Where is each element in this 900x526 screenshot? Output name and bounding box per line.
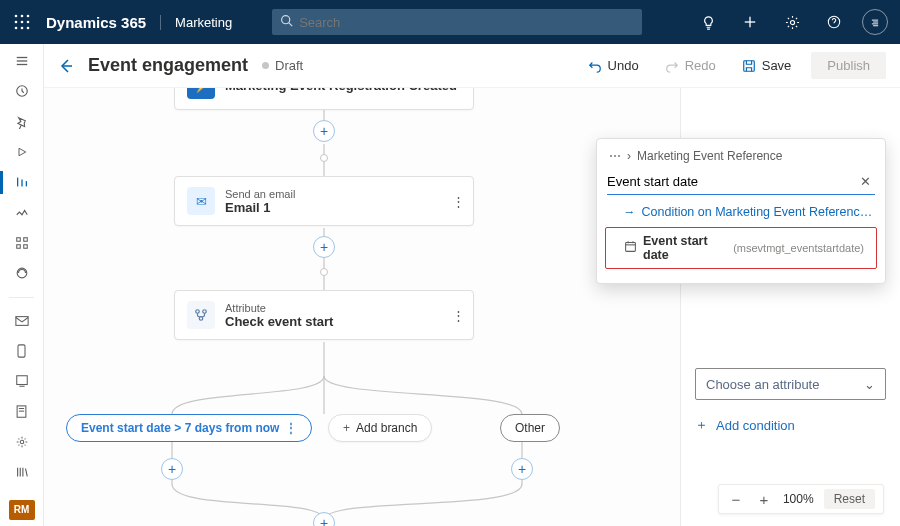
popover-breadcrumb[interactable]: Marketing Event Reference	[637, 149, 782, 163]
help-icon[interactable]	[820, 8, 848, 36]
node-email-sub: Send an email	[225, 188, 295, 200]
plus-icon[interactable]	[736, 8, 764, 36]
related-condition-link[interactable]: → Condition on Marketing Event Referenc…	[597, 199, 885, 225]
node-more-icon[interactable]: ⋮	[452, 194, 465, 209]
global-search[interactable]	[272, 9, 642, 35]
rail-push[interactable]	[8, 370, 36, 392]
chevron-down-icon: ⌄	[864, 377, 875, 392]
node-more-icon[interactable]: ⋮	[452, 308, 465, 323]
clear-search-button[interactable]: ✕	[856, 174, 875, 189]
back-button[interactable]	[58, 58, 74, 74]
node-attribute[interactable]: Attribute Check event start ⋮	[174, 290, 474, 340]
user-avatar[interactable]	[862, 9, 888, 35]
zoom-control: − + 100% Reset	[718, 484, 884, 514]
svg-rect-33	[18, 345, 25, 357]
rail-hamburger[interactable]	[8, 50, 36, 72]
add-step-button[interactable]: +	[313, 120, 335, 142]
zoom-reset-button[interactable]: Reset	[824, 489, 875, 509]
add-branch-button[interactable]: + Add branch	[328, 414, 432, 442]
add-step-button[interactable]: +	[313, 236, 335, 258]
node-email[interactable]: ✉ Send an email Email 1 ⋮	[174, 176, 474, 226]
status-badge: Draft	[262, 58, 303, 73]
node-attr-sub: Attribute	[225, 302, 333, 314]
plus-icon: ＋	[695, 416, 708, 434]
svg-point-13	[790, 20, 794, 24]
lightbulb-icon[interactable]	[694, 8, 722, 36]
rail-segments[interactable]	[8, 232, 36, 254]
svg-point-0	[15, 15, 18, 18]
attribute-select[interactable]: Choose an attribute ⌄	[695, 368, 886, 400]
branch-other-pill[interactable]: Other	[500, 414, 560, 442]
brand-title: Dynamics 365	[46, 14, 146, 31]
svg-rect-30	[23, 245, 27, 249]
pill-more-icon[interactable]: ⋮	[285, 421, 297, 435]
svg-rect-32	[15, 316, 27, 325]
attribute-picker-popover: ⋯ › Marketing Event Reference ✕ → Condit…	[596, 138, 886, 284]
node-attr-main: Check event start	[225, 314, 333, 329]
svg-line-43	[25, 469, 27, 477]
page-title: Event engagement	[88, 55, 248, 76]
left-rail: RM	[0, 44, 44, 526]
rail-sms[interactable]	[8, 340, 36, 362]
arrow-right-icon: →	[623, 205, 636, 219]
rail-pin[interactable]	[8, 111, 36, 133]
publish-button: Publish	[811, 52, 886, 79]
svg-rect-28	[23, 238, 27, 242]
add-condition-button[interactable]: ＋ Add condition	[695, 416, 886, 434]
rail-settings[interactable]	[8, 431, 36, 453]
svg-point-2	[27, 15, 30, 18]
node-trigger[interactable]: ⚡ Marketing Event Registration Created	[174, 88, 474, 110]
add-step-button[interactable]: +	[511, 458, 533, 480]
chevron-right-icon: ›	[627, 149, 631, 163]
svg-point-3	[15, 21, 18, 24]
svg-point-4	[21, 21, 24, 24]
svg-point-5	[27, 21, 30, 24]
zoom-value: 100%	[783, 492, 814, 506]
plus-icon: +	[343, 421, 350, 435]
svg-rect-57	[626, 242, 636, 251]
rail-email[interactable]	[8, 310, 36, 332]
rail-journeys[interactable]	[0, 171, 44, 193]
zoom-in-button[interactable]: +	[755, 490, 773, 508]
rail-forms[interactable]	[8, 401, 36, 423]
rail-analytics[interactable]	[8, 262, 36, 284]
svg-point-9	[282, 16, 290, 24]
connector-dot	[320, 268, 328, 276]
attribute-search-input[interactable]	[607, 174, 856, 189]
svg-rect-35	[16, 376, 27, 385]
branch-icon	[187, 301, 215, 329]
zoom-out-button[interactable]: −	[727, 490, 745, 508]
svg-rect-27	[16, 238, 20, 242]
branch-condition-pill[interactable]: Event start date > 7 days from now ⋮	[66, 414, 312, 442]
app-launcher[interactable]	[0, 14, 44, 30]
node-trigger-label: Marketing Event Registration Created	[225, 88, 457, 93]
connector-dot	[320, 154, 328, 162]
rail-triggers[interactable]	[8, 202, 36, 224]
area-title: Marketing	[160, 15, 232, 30]
svg-rect-45	[743, 60, 754, 71]
rail-library[interactable]	[8, 461, 36, 483]
add-step-button[interactable]: +	[161, 458, 183, 480]
rail-play[interactable]	[8, 141, 36, 163]
mail-icon: ✉	[187, 187, 215, 215]
svg-marker-23	[19, 148, 26, 156]
svg-point-7	[21, 27, 24, 30]
redo-button: Redo	[659, 54, 722, 77]
search-input[interactable]	[299, 15, 634, 30]
calendar-icon	[624, 240, 637, 256]
attribute-option-selected[interactable]: Event start date (msevtmgt_eventstartdat…	[605, 227, 877, 269]
svg-point-55	[203, 310, 207, 314]
svg-point-1	[21, 15, 24, 18]
lightning-icon: ⚡	[187, 88, 215, 99]
more-icon[interactable]: ⋯	[609, 149, 621, 163]
svg-point-54	[196, 310, 200, 314]
svg-point-6	[15, 27, 18, 30]
undo-button[interactable]: Undo	[582, 54, 645, 77]
search-icon	[280, 14, 293, 30]
svg-line-10	[289, 23, 292, 26]
svg-point-8	[27, 27, 30, 30]
area-switch[interactable]: RM	[9, 500, 35, 520]
save-button[interactable]: Save	[736, 54, 798, 77]
rail-recent[interactable]	[8, 80, 36, 102]
gear-icon[interactable]	[778, 8, 806, 36]
